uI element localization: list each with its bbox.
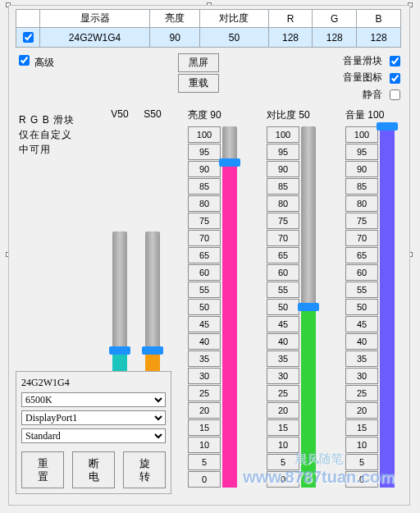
volume-step-30[interactable]: 30 [345,368,378,384]
brightness-step-40[interactable]: 40 [188,333,221,350]
contrast-step-25[interactable]: 25 [267,385,299,401]
mute-label: 静音 [363,89,382,100]
brightness-step-30[interactable]: 30 [188,368,221,384]
volume-step-75[interactable]: 75 [345,213,378,229]
brightness-step-60[interactable]: 60 [188,264,221,281]
contrast-step-5[interactable]: 5 [267,454,299,470]
volume-step-100[interactable]: 100 [345,126,378,143]
brightness-step-70[interactable]: 70 [188,230,221,246]
volume-step-45[interactable]: 45 [345,316,378,332]
volume-step-40[interactable]: 40 [345,333,378,350]
cell-brightness: 90 [150,28,200,48]
black-screen-button[interactable]: 黑屏 [178,53,219,72]
v-slider-thumb[interactable] [109,346,130,355]
contrast-step-80[interactable]: 80 [267,195,299,212]
brightness-value: 90 [210,109,221,121]
volume-icon-checkbox[interactable] [390,73,400,84]
contrast-slider[interactable] [301,126,316,488]
s-slider-thumb[interactable] [142,346,163,355]
brightness-step-10[interactable]: 10 [188,437,221,453]
volume-slider-label: 音量滑块 [343,55,382,66]
cell-monitor: 24G2W1G4 [40,28,150,48]
contrast-step-15[interactable]: 15 [267,419,299,436]
contrast-step-65[interactable]: 65 [267,247,299,263]
brightness-step-20[interactable]: 20 [188,402,221,419]
brightness-step-80[interactable]: 80 [188,195,221,212]
contrast-step-10[interactable]: 10 [267,437,299,453]
row-checkbox[interactable] [23,32,34,43]
color-temp-select[interactable]: 6500K [21,392,166,407]
volume-slider[interactable] [380,126,395,488]
brightness-step-5[interactable]: 5 [188,454,221,470]
advanced-checkbox-input[interactable] [19,55,30,66]
input-select[interactable]: DisplayPort1 [21,410,166,425]
volume-step-95[interactable]: 95 [345,144,378,160]
contrast-step-30[interactable]: 30 [267,368,299,384]
col-brightness: 亮度 [150,10,200,28]
brightness-column: 亮度 90 1009590858075706560555045403530252… [188,108,240,502]
volume-step-90[interactable]: 90 [345,161,378,177]
contrast-step-70[interactable]: 70 [267,230,299,246]
reset-button[interactable]: 重置 [21,451,64,488]
contrast-step-20[interactable]: 20 [267,402,299,419]
contrast-step-85[interactable]: 85 [267,178,299,195]
power-off-button[interactable]: 断电 [72,451,115,488]
volume-step-80[interactable]: 80 [345,195,378,212]
brightness-step-55[interactable]: 55 [188,282,221,298]
contrast-step-95[interactable]: 95 [267,144,299,160]
brightness-step-50[interactable]: 50 [188,299,221,315]
brightness-label: 亮度 [188,109,208,121]
brightness-step-65[interactable]: 65 [188,247,221,263]
mode-select[interactable]: Standard [21,428,166,443]
brightness-step-15[interactable]: 15 [188,419,221,436]
reload-button[interactable]: 重载 [178,74,219,93]
brightness-fill [222,163,237,488]
contrast-step-0[interactable]: 0 [267,471,299,488]
contrast-step-45[interactable]: 45 [267,316,299,332]
brightness-step-35[interactable]: 35 [188,350,221,367]
contrast-step-55[interactable]: 55 [267,282,299,298]
brightness-step-45[interactable]: 45 [188,316,221,332]
volume-step-50[interactable]: 50 [345,299,378,315]
brightness-step-0[interactable]: 0 [188,471,221,488]
rotate-button[interactable]: 旋转 [123,451,166,488]
volume-step-0[interactable]: 0 [345,471,378,488]
volume-step-20[interactable]: 20 [345,402,378,419]
volume-step-70[interactable]: 70 [345,230,378,246]
table-row[interactable]: 24G2W1G4 90 50 128 128 128 [16,28,401,48]
contrast-step-75[interactable]: 75 [267,213,299,229]
volume-slider-checkbox[interactable] [390,56,400,66]
brightness-thumb[interactable] [219,158,240,167]
brightness-step-95[interactable]: 95 [188,144,221,160]
mute-checkbox[interactable] [390,89,400,100]
brightness-step-90[interactable]: 90 [188,161,221,177]
volume-thumb[interactable] [377,122,398,131]
contrast-step-90[interactable]: 90 [267,161,299,177]
brightness-slider[interactable] [222,126,237,488]
contrast-thumb[interactable] [298,303,319,311]
volume-step-25[interactable]: 25 [345,385,378,401]
volume-step-85[interactable]: 85 [345,178,378,195]
brightness-step-75[interactable]: 75 [188,213,221,229]
contrast-step-100[interactable]: 100 [267,126,299,143]
volume-value: 100 [368,109,384,121]
volume-step-35[interactable]: 35 [345,350,378,367]
contrast-step-60[interactable]: 60 [267,264,299,281]
volume-step-60[interactable]: 60 [345,264,378,281]
contrast-step-50[interactable]: 50 [267,299,299,315]
volume-step-15[interactable]: 15 [345,419,378,436]
contrast-label: 对比度 [267,109,296,121]
brightness-step-85[interactable]: 85 [188,178,221,195]
volume-label: 音量 [345,109,365,121]
control-title: 24G2W1G4 [21,377,166,389]
contrast-step-40[interactable]: 40 [267,333,299,350]
brightness-step-25[interactable]: 25 [188,385,221,401]
volume-step-5[interactable]: 5 [345,454,378,470]
cell-contrast: 50 [200,28,268,48]
volume-step-65[interactable]: 65 [345,247,378,263]
volume-step-10[interactable]: 10 [345,437,378,453]
brightness-step-100[interactable]: 100 [188,126,221,143]
contrast-step-35[interactable]: 35 [267,350,299,367]
volume-step-55[interactable]: 55 [345,282,378,298]
advanced-checkbox[interactable]: 高级 [16,57,54,68]
